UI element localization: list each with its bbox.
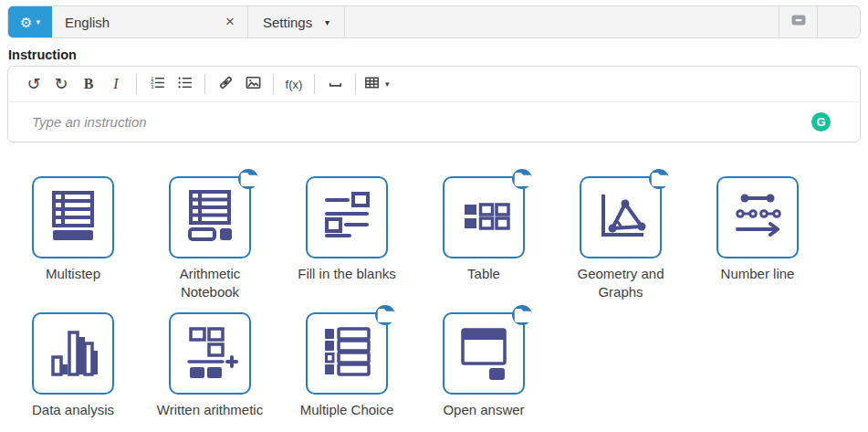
top-tab-bar: ⚙ ▾ English × Settings ▾: [7, 5, 861, 38]
written-arithmetic-icon: [181, 322, 239, 385]
multistep-icon: [44, 186, 102, 248]
tile-label: Written arithmetic: [157, 401, 263, 419]
geometry-graphs-icon: [591, 186, 650, 248]
blank-space-icon: [327, 74, 344, 95]
redo-button[interactable]: ↻: [48, 71, 74, 97]
italic-button[interactable]: I: [103, 71, 129, 97]
tile-multistep[interactable]: Multistep: [5, 176, 141, 301]
instruction-title: Instruction: [8, 47, 868, 62]
tab-english[interactable]: English ×: [52, 6, 248, 37]
tab-settings-label: Settings: [263, 15, 312, 30]
chevron-down-icon: ▾: [385, 79, 390, 89]
link-icon: [217, 74, 235, 95]
table-icon: [363, 74, 381, 95]
tile-button[interactable]: [443, 176, 525, 258]
instruction-placeholder: Type an instruction: [32, 114, 147, 130]
tile-button[interactable]: [32, 312, 114, 395]
folder-badge-icon: [512, 169, 532, 189]
instruction-input[interactable]: Type an instruction G: [8, 102, 860, 142]
tile-label: Table: [467, 265, 500, 283]
ordered-list-icon: 123: [149, 74, 166, 95]
image-icon: [245, 74, 262, 95]
ordered-list-button[interactable]: 123: [144, 71, 170, 97]
tile-arithmetic-notebook[interactable]: Arithmetic Notebook: [141, 176, 278, 301]
undo-icon: ↺: [26, 74, 40, 94]
toolbar-divider: [273, 74, 274, 94]
tile-button[interactable]: [169, 176, 251, 258]
toolbar-divider: [314, 74, 315, 94]
svg-text:3: 3: [151, 84, 153, 90]
table-button[interactable]: ▾: [363, 71, 390, 97]
chevron-down-icon: ▾: [325, 17, 329, 27]
fill-in-the-blanks-icon: [318, 186, 376, 248]
tile-label: Arithmetic Notebook: [150, 265, 270, 301]
tile-fill-in-the-blanks[interactable]: Fill in the blanks: [278, 176, 415, 301]
card-minus-button[interactable]: [779, 6, 818, 37]
editor-toolbar: ↺ ↻ B I 123: [8, 67, 860, 102]
tab-settings[interactable]: Settings ▾: [248, 6, 345, 37]
tile-label: Multistep: [46, 265, 100, 283]
tile-button[interactable]: [169, 312, 251, 395]
tile-label: Geometry and Graphs: [560, 265, 681, 301]
tile-label: Data analysis: [32, 401, 114, 419]
tile-open-answer[interactable]: Open answer: [415, 312, 552, 419]
tab-english-label: English: [65, 15, 110, 30]
tile-button[interactable]: [306, 176, 388, 258]
tile-multiple-choice[interactable]: Multiple Choice: [278, 312, 415, 419]
toolbar-divider: [355, 74, 356, 94]
bold-button[interactable]: B: [76, 71, 101, 97]
unordered-list-button[interactable]: [172, 71, 197, 97]
tile-button[interactable]: [306, 312, 388, 395]
folder-badge-icon: [512, 305, 532, 325]
topbar-spacer: [345, 6, 779, 37]
redo-icon: ↻: [54, 74, 68, 94]
undo-button[interactable]: ↺: [21, 71, 47, 97]
tile-button[interactable]: [580, 176, 662, 258]
card-minus-icon: [790, 14, 807, 30]
gear-icon: ⚙: [20, 16, 32, 29]
formula-icon: f(x): [286, 78, 303, 91]
tile-label: Open answer: [443, 401, 524, 419]
blank-space-button[interactable]: [322, 71, 348, 97]
tile-button[interactable]: [443, 312, 525, 395]
folder-badge-icon: [375, 305, 395, 325]
number-line-icon: [728, 186, 787, 248]
folder-badge-icon: [238, 169, 258, 189]
unordered-list-icon: [176, 74, 193, 95]
tile-button[interactable]: [32, 176, 114, 258]
tile-written-arithmetic[interactable]: Written arithmetic: [141, 312, 278, 419]
instruction-editor: ↺ ↻ B I 123: [7, 66, 861, 142]
multiple-choice-icon: [318, 322, 376, 385]
tile-label: Fill in the blanks: [298, 265, 396, 283]
data-analysis-icon: [44, 322, 102, 385]
grammarly-icon[interactable]: G: [811, 112, 831, 132]
open-answer-icon: [455, 322, 513, 385]
tile-button[interactable]: [716, 176, 799, 258]
arithmetic-notebook-icon: [181, 186, 239, 248]
tile-table[interactable]: Table: [415, 176, 552, 301]
topbar-end-segment: [818, 6, 860, 37]
formula-button[interactable]: f(x): [281, 71, 307, 97]
bold-icon: B: [84, 76, 94, 92]
link-button[interactable]: [213, 71, 238, 97]
toolbar-divider: [136, 74, 137, 94]
close-icon[interactable]: ×: [225, 13, 235, 31]
tile-data-analysis[interactable]: Data analysis: [5, 312, 141, 419]
tile-label: Multiple Choice: [300, 401, 394, 419]
tile-label: Number line: [721, 265, 795, 283]
italic-icon: I: [113, 76, 118, 92]
tile-number-line[interactable]: Number line: [689, 176, 826, 301]
table-tile-icon: [455, 186, 513, 248]
settings-gear-button[interactable]: ⚙ ▾: [8, 6, 52, 37]
question-type-grid: Multistep Arithmetic Notebook: [5, 176, 868, 419]
folder-badge-icon: [649, 169, 669, 189]
toolbar-divider: [204, 74, 205, 94]
chevron-down-icon: ▾: [36, 18, 40, 26]
image-button[interactable]: [240, 71, 266, 97]
tile-geometry-and-graphs[interactable]: Geometry and Graphs: [552, 176, 689, 301]
